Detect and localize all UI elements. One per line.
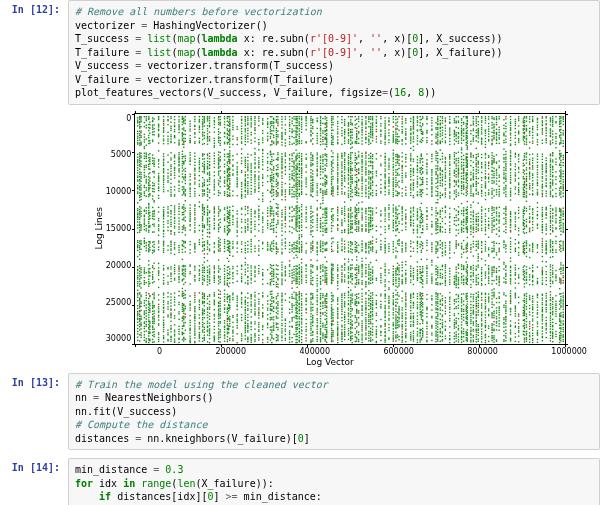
svg-rect-8537 [518, 227, 519, 228]
svg-rect-5843 [395, 324, 396, 325]
svg-rect-9503 [563, 154, 564, 155]
svg-rect-3944 [317, 268, 318, 269]
svg-rect-6260 [417, 182, 418, 183]
svg-rect-6718 [437, 241, 438, 242]
svg-rect-4094 [322, 275, 323, 276]
svg-rect-4066 [322, 171, 323, 172]
svg-rect-6765 [440, 142, 441, 143]
svg-rect-4065 [322, 168, 323, 169]
svg-rect-2189 [232, 314, 233, 315]
svg-rect-3915 [317, 173, 318, 174]
svg-rect-5118 [362, 301, 363, 302]
svg-rect-4115 [325, 123, 326, 124]
svg-rect-193 [141, 192, 142, 193]
svg-rect-12 [137, 153, 138, 154]
svg-rect-5441 [372, 323, 373, 324]
svg-rect-3942 [317, 265, 318, 266]
svg-rect-8780 [529, 167, 530, 168]
svg-rect-4808 [352, 124, 353, 125]
svg-rect-2565 [254, 235, 255, 236]
svg-rect-5035 [358, 297, 359, 298]
svg-rect-7858 [485, 157, 486, 158]
svg-rect-3180 [285, 217, 286, 218]
svg-rect-4834 [352, 227, 353, 228]
svg-rect-5329 [370, 214, 371, 215]
svg-rect-8074 [494, 180, 495, 181]
svg-rect-7658 [476, 216, 477, 217]
svg-rect-795 [171, 164, 172, 165]
svg-rect-716 [163, 301, 164, 302]
svg-rect-8842 [532, 162, 533, 163]
code-input[interactable]: # Train the model using the cleaned vect… [68, 373, 600, 451]
svg-rect-2138 [229, 304, 230, 305]
svg-rect-3793 [310, 231, 311, 232]
svg-rect-5849 [395, 337, 396, 338]
svg-rect-2723 [267, 156, 268, 157]
svg-rect-4613 [344, 267, 345, 268]
svg-rect-2293 [241, 268, 242, 269]
svg-rect-7621 [473, 328, 474, 329]
svg-rect-6699 [437, 178, 438, 179]
notebook-cell: In [12]:# Remove all numbers before vect… [0, 0, 600, 105]
svg-rect-8225 [499, 307, 500, 308]
svg-rect-8762 [526, 334, 527, 335]
svg-rect-7212 [461, 164, 462, 165]
svg-rect-6668 [436, 330, 437, 331]
svg-rect-1643 [209, 294, 210, 295]
svg-rect-1860 [220, 314, 221, 315]
svg-rect-1222 [190, 314, 191, 315]
svg-rect-4127 [325, 158, 326, 159]
svg-rect-2126 [229, 251, 230, 252]
svg-rect-2329 [245, 160, 246, 161]
svg-rect-6450 [422, 270, 423, 271]
svg-rect-5571 [385, 183, 386, 184]
svg-rect-6060 [405, 269, 406, 270]
svg-rect-3569 [299, 236, 300, 237]
svg-rect-7321 [463, 300, 464, 301]
svg-rect-281 [144, 310, 145, 311]
svg-rect-3713 [306, 183, 307, 184]
svg-rect-9116 [546, 292, 547, 293]
svg-rect-3183 [285, 222, 286, 223]
code-input[interactable]: min_distance = 0.3 for idx in range(len(… [68, 458, 600, 505]
svg-rect-6056 [405, 248, 406, 249]
svg-rect-6003 [402, 297, 403, 298]
svg-rect-7250 [461, 297, 462, 298]
svg-rect-6531 [426, 327, 427, 328]
svg-rect-1870 [224, 118, 225, 119]
svg-rect-9099 [546, 233, 547, 234]
svg-rect-6097 [410, 136, 411, 137]
svg-rect-7704 [478, 127, 479, 128]
svg-rect-4789 [350, 303, 351, 304]
code-input[interactable]: # Remove all numbers before vectorizatio… [68, 0, 600, 105]
svg-rect-9518 [563, 192, 564, 193]
svg-rect-5134 [362, 339, 363, 340]
svg-rect-803 [171, 186, 172, 187]
svg-rect-7648 [476, 175, 477, 176]
svg-rect-4734 [350, 136, 351, 137]
svg-rect-5825 [395, 278, 396, 279]
svg-rect-3937 [317, 247, 318, 248]
svg-rect-1359 [199, 321, 200, 322]
svg-rect-6095 [410, 132, 411, 133]
svg-rect-9134 [546, 336, 547, 337]
svg-rect-785 [171, 127, 172, 128]
svg-rect-3941 [317, 259, 318, 260]
svg-rect-2654 [258, 339, 259, 340]
svg-rect-4776 [350, 251, 351, 252]
svg-rect-5777 [395, 127, 396, 128]
svg-rect-5229 [368, 138, 369, 139]
svg-rect-2787 [270, 215, 271, 216]
svg-rect-8796 [529, 217, 530, 218]
svg-rect-3112 [282, 234, 283, 235]
svg-rect-3283 [292, 189, 293, 190]
svg-rect-6088 [405, 337, 406, 338]
svg-rect-6549 [431, 160, 432, 161]
svg-rect-6853 [442, 273, 443, 274]
svg-rect-6776 [440, 184, 441, 185]
svg-rect-2978 [276, 243, 277, 244]
svg-rect-4856 [352, 320, 353, 321]
svg-rect-9399 [559, 313, 560, 314]
svg-rect-8434 [510, 309, 511, 310]
svg-rect-1726 [214, 325, 215, 326]
